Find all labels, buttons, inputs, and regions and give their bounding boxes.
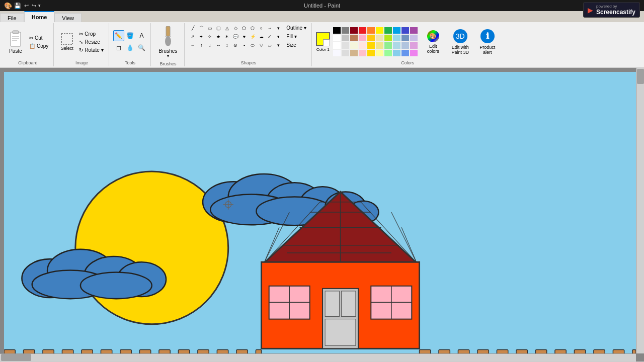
color1-swatch[interactable] — [316, 32, 330, 46]
color-swatch[interactable] — [410, 27, 418, 34]
line-shape[interactable]: ╱ — [189, 24, 197, 32]
dropdown-arrow[interactable]: ▾ — [38, 3, 41, 8]
star5-shape[interactable]: ★ — [214, 33, 222, 41]
quick-redo[interactable]: ↪ — [31, 3, 37, 9]
heart-shape[interactable]: ♥ — [240, 33, 248, 41]
rect2-shape[interactable]: ▪ — [240, 41, 248, 49]
oval-shape[interactable]: ⬭ — [249, 41, 257, 49]
color-swatch[interactable] — [342, 50, 349, 56]
color-swatch[interactable] — [359, 27, 366, 34]
brushes-button[interactable]: Brushes ▾ — [155, 24, 182, 60]
color-swatch[interactable] — [367, 50, 375, 56]
color-swatch[interactable] — [384, 35, 392, 41]
color-swatch[interactable] — [393, 42, 400, 49]
color-swatch[interactable] — [359, 42, 366, 49]
color-swatch[interactable] — [367, 27, 375, 34]
color-swatch[interactable] — [333, 50, 341, 56]
vertical-scrollbar[interactable] — [636, 68, 644, 353]
quick-undo[interactable]: ↩ — [23, 3, 30, 9]
more-shapes[interactable]: ▾ — [274, 24, 282, 32]
color-swatch[interactable] — [333, 27, 341, 34]
arrow-left-shape[interactable]: ← — [189, 41, 197, 49]
color-swatch[interactable] — [384, 27, 392, 34]
color-swatch[interactable] — [384, 42, 392, 49]
crop-button[interactable]: ✂ Crop — [77, 30, 105, 38]
pencil-tool[interactable]: ✏️ — [113, 30, 124, 41]
fill-button[interactable]: Fill ▾ — [284, 33, 308, 40]
color-swatch[interactable] — [350, 42, 358, 49]
diamond-shape[interactable]: ◇ — [231, 24, 239, 32]
size-button[interactable]: Size — [284, 41, 308, 49]
star6-shape[interactable]: ✶ — [223, 33, 231, 41]
resize-button[interactable]: ⤡ Resize — [77, 38, 105, 46]
magnifier-tool[interactable]: 🔍 — [136, 42, 147, 53]
color-swatch[interactable] — [333, 42, 341, 49]
eraser-tool[interactable]: ◻ — [113, 42, 124, 53]
text-tool[interactable]: A — [136, 30, 147, 41]
color-swatch[interactable] — [393, 27, 400, 34]
callout-shape[interactable]: 💬 — [231, 33, 239, 41]
pentagon-shape[interactable]: ⬠ — [240, 24, 248, 32]
product-alert-button[interactable]: ℹ Product alert — [475, 27, 500, 57]
color-swatch[interactable] — [359, 50, 366, 56]
tab-file[interactable]: File — [0, 13, 24, 22]
color-swatch[interactable] — [342, 35, 349, 41]
color-swatch[interactable] — [401, 27, 409, 34]
no-shape[interactable]: ⊘ — [231, 41, 239, 49]
rotate-button[interactable]: ↻ Rotate ▾ — [77, 46, 105, 54]
color-picker-tool[interactable]: 💧 — [125, 42, 136, 53]
color-swatch[interactable] — [393, 50, 400, 56]
color-swatch[interactable] — [393, 35, 400, 41]
tri-shape[interactable]: ▽ — [257, 41, 265, 49]
ellipse-shape[interactable]: ○ — [257, 24, 265, 32]
more-shapes2[interactable]: ▾ — [274, 33, 282, 41]
select-button[interactable]: Select — [58, 28, 76, 56]
color-swatch[interactable] — [367, 35, 375, 41]
color-swatch[interactable] — [376, 27, 383, 34]
arrow-right-shape[interactable]: → — [266, 24, 274, 32]
lightning-shape[interactable]: ⚡ — [249, 33, 257, 41]
color-swatch[interactable] — [367, 42, 375, 49]
arrow-down-shape[interactable]: ↓ — [206, 41, 214, 49]
color-swatch[interactable] — [410, 50, 418, 56]
color-swatch[interactable] — [376, 35, 383, 41]
color-swatch[interactable] — [401, 42, 409, 49]
cloud-shape[interactable]: ☁ — [257, 33, 265, 41]
fill-tool[interactable]: 🪣 — [125, 30, 136, 41]
triangle-shape[interactable]: △ — [223, 24, 231, 32]
cut-button[interactable]: ✂ Cut — [27, 34, 50, 42]
para-shape[interactable]: ▱ — [266, 41, 274, 49]
copy-button[interactable]: 📋 Copy — [27, 42, 50, 50]
color-swatch[interactable] — [376, 50, 383, 56]
color-swatch[interactable] — [342, 42, 349, 49]
outline-button[interactable]: Outline ▾ — [284, 24, 308, 32]
tab-home[interactable]: Home — [24, 11, 55, 22]
check-shape[interactable]: ✓ — [266, 33, 274, 41]
hex-shape[interactable]: ⬡ — [249, 24, 257, 32]
more-shapes3[interactable]: ▾ — [274, 41, 282, 49]
arrow-ud-shape[interactable]: ↕ — [223, 41, 231, 49]
edit-paint3d-button[interactable]: 3D Edit with Paint 3D — [448, 27, 472, 57]
curve-shape[interactable]: ⌒ — [197, 24, 205, 32]
color-swatch[interactable] — [342, 27, 349, 34]
paint-canvas[interactable] — [4, 72, 636, 357]
color-swatch[interactable] — [350, 27, 358, 34]
rect-shape[interactable]: ▭ — [206, 24, 214, 32]
color-swatch[interactable] — [384, 50, 392, 56]
color-swatch[interactable] — [410, 35, 418, 41]
star4-shape[interactable]: ✧ — [206, 33, 214, 41]
tab-view[interactable]: View — [54, 13, 82, 22]
edit-colors-button[interactable]: 🎨 Edit colors — [421, 27, 445, 57]
arrow-lr-shape[interactable]: ↔ — [214, 41, 222, 49]
color-swatch[interactable] — [401, 50, 409, 56]
arrow4-shape[interactable]: ✦ — [197, 33, 205, 41]
round-rect-shape[interactable]: ▢ — [214, 24, 222, 32]
quick-save[interactable]: 💾 — [13, 3, 22, 9]
color-swatch[interactable] — [359, 35, 366, 41]
color-swatch[interactable] — [401, 35, 409, 41]
color-swatch[interactable] — [376, 42, 383, 49]
color-swatch[interactable] — [410, 42, 418, 49]
horizontal-scrollbar[interactable] — [0, 353, 636, 361]
paste-button[interactable]: Paste — [5, 28, 26, 56]
arrow-shape[interactable]: ↗ — [189, 33, 197, 41]
